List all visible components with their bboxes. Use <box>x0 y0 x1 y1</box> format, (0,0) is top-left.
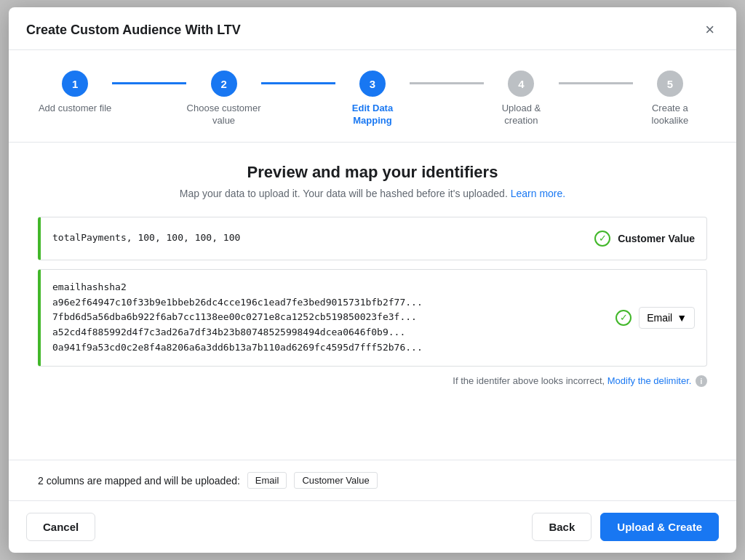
section-subtitle: Map your data to upload it. Your data wi… <box>38 188 707 199</box>
mapping-label-payments: Customer Value <box>618 233 695 244</box>
tag-email: Email <box>247 472 287 489</box>
tag-customer-value: Customer Value <box>294 472 377 489</box>
summary-text: 2 columns are mapped and will be uploade… <box>38 475 240 487</box>
back-button[interactable]: Back <box>532 513 591 541</box>
learn-more-link[interactable]: Learn more. <box>511 188 565 199</box>
info-icon: i <box>696 375 707 387</box>
subtitle-text: Map your data to upload it. Your data wi… <box>180 188 511 199</box>
data-row-email-content: emailhashsha2a96e2f64947c10f33b9e1bbeb26… <box>52 280 604 356</box>
email-mapping-label: Email <box>647 312 672 324</box>
check-icon-payments: ✓ <box>594 231 610 247</box>
step-1-circle: 1 <box>62 71 88 97</box>
stepper: 1 Add customer file 2 Choose customer va… <box>9 50 736 143</box>
step-2-circle: 2 <box>211 71 237 97</box>
step-4-label: Upload & creation <box>484 103 558 127</box>
close-button[interactable]: × <box>701 20 719 39</box>
step-1-label: Add customer file <box>39 103 111 115</box>
modal-header: Create Custom Audience With LTV × <box>9 7 736 50</box>
modal-footer: Cancel Back Upload & Create <box>9 500 736 553</box>
step-3: 3 Edit Data Mapping <box>335 71 410 127</box>
connector-2 <box>261 82 335 84</box>
email-mapping-dropdown[interactable]: Email ▼ <box>639 307 695 329</box>
data-row-email: emailhashsha2a96e2f64947c10f33b9e1bbeb26… <box>38 269 707 367</box>
modal-body: Preview and map your identifiers Map you… <box>9 143 736 460</box>
delimiter-hint-text: If the identifer above looks incorrect, <box>453 375 607 386</box>
step-3-circle: 3 <box>359 71 386 97</box>
data-row-email-right: ✓ Email ▼ <box>615 307 695 329</box>
connector-4 <box>559 82 633 84</box>
step-3-label: Edit Data Mapping <box>335 103 410 127</box>
modify-delimiter-link[interactable]: Modify the delimiter. <box>607 375 692 386</box>
step-5-label: Create a lookalike <box>633 103 707 127</box>
section-title: Preview and map your identifiers <box>38 163 707 182</box>
step-2: 2 Choose customer value <box>186 71 260 127</box>
data-row-payments-content: totalPayments, 100, 100, 100, 100 <box>52 231 583 246</box>
cancel-button[interactable]: Cancel <box>26 513 95 541</box>
step-1: 1 Add customer file <box>38 71 112 115</box>
connector-1 <box>112 82 186 84</box>
columns-summary: 2 columns are mapped and will be uploade… <box>9 460 736 500</box>
data-row-payments-right: ✓ Customer Value <box>594 231 695 247</box>
step-4: 4 Upload & creation <box>484 71 558 127</box>
step-5: 5 Create a lookalike <box>633 71 707 127</box>
step-4-circle: 4 <box>508 71 534 97</box>
connector-3 <box>410 82 484 84</box>
step-5-circle: 5 <box>657 71 683 97</box>
modal-title: Create Custom Audience With LTV <box>26 23 241 38</box>
footer-right: Back Upload & Create <box>532 513 719 541</box>
upload-create-button[interactable]: Upload & Create <box>600 513 719 541</box>
check-icon-email: ✓ <box>615 310 632 326</box>
data-row-payments: totalPayments, 100, 100, 100, 100 ✓ Cust… <box>38 217 707 260</box>
step-2-label: Choose customer value <box>186 103 260 127</box>
dropdown-chevron-icon: ▼ <box>677 312 687 324</box>
modal: Create Custom Audience With LTV × 1 Add … <box>9 7 736 553</box>
delimiter-hint: If the identifer above looks incorrect, … <box>38 375 707 388</box>
